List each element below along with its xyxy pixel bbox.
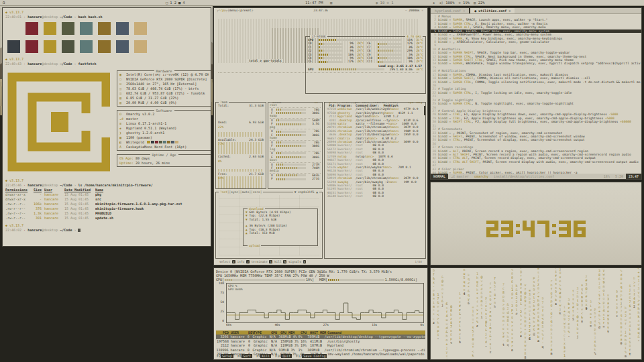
info-line: ◈Hyprland 0.51.1 (Wayland) xyxy=(119,126,209,131)
editor-line[interactable]: 19bindd = SUPER CTRL, COMMA, Toggle sile… xyxy=(431,80,641,84)
editor-line[interactable]: 30bindd = SHIFT CTRL, F2, Apple Display … xyxy=(431,120,641,123)
terminal-pane[interactable]: ◆ v3.13.722:40:01 · hancare@desktop ~/Co… xyxy=(2,7,211,247)
info-line: Uptime: 20 hours, 26 mins xyxy=(119,161,209,166)
color-swatch xyxy=(98,22,111,35)
clock-pane[interactable] xyxy=(430,182,642,265)
net-title[interactable]: ³net├┤sync├┤auto├┤zero├ xyxy=(219,190,263,194)
matrix-column: 97ufg<65<%f-q xyxy=(542,296,544,349)
tty-clock xyxy=(431,221,641,237)
venv-indicator: ◆ v3.13.7 xyxy=(5,178,208,183)
graph-legend: GPU %GPU mem% xyxy=(228,284,243,291)
proc-sort[interactable]: cpu lazy xyxy=(407,102,424,104)
y-tick: 100 xyxy=(216,282,224,286)
process-row[interactable]: 36540kworker/root0B0.0 xyxy=(325,194,425,198)
omarchy-logo xyxy=(7,72,110,172)
cmatrix-pane[interactable]: kbf&x-e$=im**cz17&ev<>kap$-&@uoxl6j6sf4u… xyxy=(430,267,642,360)
proc-title[interactable]: ⁴proc├┤filter├┤per-core├┤reverse├┤tree├ xyxy=(326,102,400,104)
scroll-percent: 18% xyxy=(601,174,612,179)
nvtop-pane[interactable]: Device 0 [NVIDIA GeForce RTX 2080 SUPER]… xyxy=(213,267,428,360)
cpu-core-row: C119%29°C xyxy=(366,60,425,63)
matrix-column: <+=1r3v%>#hhkxwdq&- xyxy=(638,267,640,343)
disks-box: disksiorootU78GF386GswapU548MF3.5GpkgU78… xyxy=(268,102,323,189)
gpu-history-chart xyxy=(227,284,423,322)
matrix-column: 7c8p&>@o=nrcy#-t xyxy=(502,282,504,347)
x-tick: 46s xyxy=(274,323,280,327)
editor-tab-bar[interactable]: hyprland.conf ×● utilities.conf × xyxy=(431,8,641,14)
nvtop-process-table: PIDUSERDEVTYPEGPUGPU MEMCPUHOST MEMComma… xyxy=(216,330,425,356)
tray-items[interactable]: ◉ 10 ⊙ 1 xyxy=(376,0,394,6)
calendar-icon[interactable]: ▦ xyxy=(330,0,332,6)
color-swatch xyxy=(80,40,93,53)
matrix-column: 7<006j1@e-3p*9vrixszrn xyxy=(511,267,513,352)
clock-digit xyxy=(537,221,549,237)
clock-label[interactable]: 11:47 PM xyxy=(305,0,323,6)
matrix-column: yjx&s1@5&jzd- xyxy=(485,296,487,348)
mem-entry-label: Used:6.93 GiB xyxy=(217,121,264,124)
btop-pane[interactable]: ┌¹cpu┐┤menu├┤preset├23:47:36− 2000ms +to… xyxy=(213,7,428,265)
editor-pane[interactable]: hyprland.conf ×● utilities.conf × 1# Men… xyxy=(430,7,642,180)
shell-prompt: 22:40:43 · hancare@desktop ~/Code › fast… xyxy=(5,62,208,66)
mem-box: ²memTotal:31.3 GiBUsed:6.93 GiB22%Availa… xyxy=(215,102,266,189)
matrix-column: %d0=qupaj77q660x#a0 xyxy=(621,269,623,345)
matrix-column: 3i<o*g= xyxy=(590,300,592,328)
clock-digit xyxy=(523,221,535,237)
color-swatch xyxy=(62,40,74,53)
vim-mode: NORMAL xyxy=(431,174,448,179)
matrix-column: aq6m03w<&u xyxy=(581,283,583,323)
btop-interval[interactable]: − 2000ms + xyxy=(405,9,423,12)
workspace-switcher[interactable]: □12■4 xyxy=(166,0,187,6)
palette-row xyxy=(7,40,208,53)
color-swatch xyxy=(116,22,129,35)
mem-title: ²mem xyxy=(219,101,229,104)
color-swatch xyxy=(98,40,111,53)
info-line: ▤6.85 GiB / 31.27 GiB (22%) xyxy=(119,96,209,101)
ls-row: drwxr-xr-x-hancare15 Aug 01:45pkg xyxy=(5,192,208,197)
ls-row: .rw-r--r--1.3khancare15 Aug 01:45PKGBUIL… xyxy=(5,211,208,216)
nvtop-fkeys[interactable]: F2SetupF6SortF9KillF10QuitF12Save Config xyxy=(217,354,331,358)
info-line: ◫682.74 GiB / 953.87 GiB (72%) - fuseblk xyxy=(119,91,209,96)
btop-tabs[interactable]: ┌¹cpu┐┤menu├┤preset├ xyxy=(217,9,253,12)
status-modules[interactable]: ◆ ◀) 100%⊕ 19%▦ 22% xyxy=(433,0,489,6)
editor-line[interactable]: 41bindd = CTRL ALT SHIFT, PRINT, Screen … xyxy=(431,160,641,164)
statusline-clock: 23:47 xyxy=(626,174,641,179)
io-tab[interactable]: io xyxy=(313,102,319,104)
info-line: ◧Whitegold xyxy=(119,140,209,145)
ls-header: PermissionsSizeUserDate ModifiedName xyxy=(5,188,208,192)
status-module[interactable]: ◆ xyxy=(433,0,435,6)
matrix-column: frmb9w+zmhjmt&*s1z xyxy=(490,282,492,354)
matrix-column: &@uoxl6j xyxy=(441,275,443,307)
core-col-right: C617%28°CC74%28°CC829%28°CC93%28°CC1018%… xyxy=(366,42,425,63)
gpu-utilization-meter: GPU[10%] xyxy=(216,278,314,282)
status-module[interactable]: ⊕ 19% xyxy=(459,0,470,6)
matrix-column: k&6229l# xyxy=(516,284,518,316)
matrix-column: f$#4=m9%bo xyxy=(555,267,557,306)
clock-digit xyxy=(486,221,498,237)
matrix-column: nwsjrz0>+h@zn$kganba xyxy=(537,267,539,343)
color-swatch xyxy=(44,22,56,35)
proc-box: ⁴proc├┤filter├┤per-core├┤reverse├┤tree├c… xyxy=(324,102,426,259)
shell-prompt: 22:46:02 · hancare@desktop ~/Code › xyxy=(5,228,208,233)
omarchy-menu-icon[interactable]: Ω xyxy=(3,0,5,6)
clock-digit xyxy=(516,221,520,237)
file-path: install/desktop/utilities.conf xyxy=(491,174,557,179)
editor-tab-0[interactable]: hyprland.conf × xyxy=(431,8,469,13)
matrix-column: 6sf4uud&hn+jys4w1zk xyxy=(446,302,448,360)
workspace-4[interactable]: 4 xyxy=(182,0,186,6)
hardware-box: Hardware▣Intel(R) Core(TM) i7-9700K (12)… xyxy=(117,70,211,107)
box-title: Hardware xyxy=(154,69,174,74)
cpu-graph-label: total ⇵ gpu-totals xyxy=(248,59,283,62)
git-branch[interactable]: ⎇ master xyxy=(448,174,472,179)
editor-line[interactable]: 14bindd = SUPER, BACKSPACE, Toggle windo… xyxy=(431,62,641,65)
editor-tab-1[interactable]: ● utilities.conf × xyxy=(469,8,515,13)
btop-footer[interactable]: select ↕ info ⏎ terminate t kill k signa… xyxy=(219,260,422,263)
shell-prompt: 22:40:01 · hancare@desktop ~/Code › bash… xyxy=(5,15,208,19)
color-swatch xyxy=(134,22,147,35)
status-module[interactable]: ◀) 100% xyxy=(439,0,454,6)
download-title: download xyxy=(248,207,265,210)
ls-row: .rw-r--r--106khancare15 Aug 01:45mkinitc… xyxy=(5,202,208,206)
matrix-column: 3bzqv7e8%- xyxy=(568,298,570,338)
status-module[interactable]: ▦ 22% xyxy=(474,0,485,6)
editor-buffer[interactable]: 1# Menus2bindd = SUPER, SPACE, Launch ap… xyxy=(431,14,641,178)
matrix-column: rnfg2pg-gcqo&x$aran xyxy=(551,279,553,355)
matrix-column: 32htbs-@atbcj xyxy=(577,286,579,339)
